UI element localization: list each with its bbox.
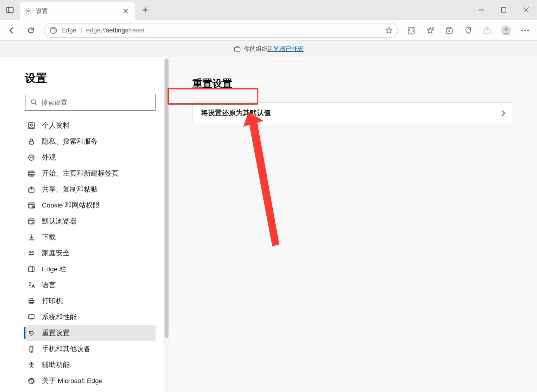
sidebar-item-label: Edge 栏 <box>42 265 66 274</box>
settings-main: 重置设置 将设置还原为其默认值 <box>170 57 537 392</box>
svg-point-14 <box>525 29 526 31</box>
reset-option[interactable]: 将设置还原为其默认值 <box>192 102 514 124</box>
svg-point-23 <box>30 157 30 157</box>
minimize-button[interactable] <box>470 0 492 20</box>
privacy-icon <box>27 138 36 146</box>
download-icon <box>27 233 36 241</box>
sidebar-item-5[interactable]: Cookie 和网站权限 <box>25 197 156 213</box>
share-button[interactable] <box>478 22 496 38</box>
svg-point-13 <box>522 29 523 31</box>
sidebar-item-label: 下载 <box>42 233 56 242</box>
page-title: 重置设置 <box>192 77 514 90</box>
extensions-button[interactable] <box>402 22 420 38</box>
sidebar-item-label: 辅助功能 <box>42 361 70 370</box>
tab-title: 设置 <box>36 7 118 15</box>
svg-point-15 <box>528 29 529 31</box>
reset-icon <box>27 329 36 337</box>
sidebar-item-0[interactable]: 个人资料 <box>25 118 156 134</box>
edgebar-icon <box>27 265 36 273</box>
favorite-star-icon[interactable] <box>385 26 393 34</box>
svg-point-17 <box>31 100 35 104</box>
address-url: edge://settings/reset <box>86 26 145 34</box>
sidebar-scrollbar[interactable] <box>164 57 170 392</box>
sidebar-item-label: 个人资料 <box>42 121 70 130</box>
language-icon <box>27 281 36 289</box>
reset-option-label: 将设置还原为其默认值 <box>201 109 271 118</box>
new-tab-button[interactable] <box>138 2 153 17</box>
sidebar-item-13[interactable]: 重置设置 <box>25 325 156 341</box>
sidebar-item-15[interactable]: 辅助功能 <box>25 357 156 373</box>
browser-tab[interactable]: 设置 <box>20 2 135 20</box>
scrollbar-thumb[interactable] <box>165 59 169 338</box>
more-button[interactable] <box>516 22 534 38</box>
sidebar-item-label: 重置设置 <box>42 329 70 338</box>
svg-point-2 <box>27 10 29 12</box>
window-titlebar: 设置 <box>0 0 537 20</box>
edge-logo-icon <box>27 377 36 385</box>
sidebar-item-16[interactable]: 关于 Microsoft Edge <box>25 373 156 389</box>
favorites-button[interactable] <box>421 22 439 38</box>
sidebar-item-label: 默认浏览器 <box>42 217 77 226</box>
window-controls <box>470 0 537 20</box>
sidebar-item-label: 隐私、搜索和服务 <box>42 137 98 146</box>
sidebar-item-2[interactable]: 外观 <box>25 150 156 166</box>
accessibility-icon <box>27 361 36 369</box>
sidebar-item-6[interactable]: 默认浏览器 <box>25 213 156 229</box>
gear-icon <box>25 7 32 14</box>
chevron-right-icon <box>501 110 506 117</box>
close-window-button[interactable] <box>515 0 537 20</box>
svg-point-37 <box>32 251 33 253</box>
tab-manager-button[interactable] <box>0 0 20 20</box>
briefcase-icon <box>234 45 241 52</box>
annotation-arrow <box>229 107 294 251</box>
sidebar-item-14[interactable]: 手机和其他设备 <box>25 341 156 357</box>
svg-rect-38 <box>29 267 34 272</box>
svg-point-36 <box>29 251 31 253</box>
settings-search[interactable] <box>25 94 156 111</box>
browser-essentials-button[interactable] <box>459 22 477 38</box>
managed-banner: 你的组织浏览器已托管 <box>0 41 537 57</box>
sidebar-item-12[interactable]: 系统和性能 <box>25 309 156 325</box>
svg-rect-21 <box>29 141 33 144</box>
browser-toolbar: Edge | edge://settings/reset <box>0 20 537 41</box>
phone-icon <box>27 345 36 353</box>
sidebar-item-label: 家庭安全 <box>42 249 70 258</box>
address-bar[interactable]: Edge | edge://settings/reset <box>44 23 398 38</box>
edge-logo-icon <box>49 26 57 34</box>
sidebar-item-label: 系统和性能 <box>42 313 77 322</box>
share-icon <box>27 186 36 194</box>
svg-point-27 <box>31 174 32 175</box>
sidebar-item-7[interactable]: 下载 <box>25 229 156 245</box>
profile-button[interactable] <box>497 22 515 38</box>
sidebar-item-3[interactable]: 开始、主页和新建标签页 <box>25 166 156 182</box>
settings-search-input[interactable] <box>41 99 150 106</box>
banner-text: 你的组织浏览器已托管 <box>244 45 304 53</box>
collections-button[interactable] <box>440 22 458 38</box>
sidebar-item-label: 开始、主页和新建标签页 <box>42 169 119 178</box>
svg-rect-4 <box>501 8 506 12</box>
settings-title: 设置 <box>25 71 156 86</box>
sidebar-item-8[interactable]: 家庭安全 <box>25 245 156 261</box>
refresh-button[interactable] <box>22 22 40 38</box>
svg-point-26 <box>29 174 30 175</box>
svg-point-22 <box>29 155 34 161</box>
sidebar-item-10[interactable]: 语言 <box>25 277 156 293</box>
sidebar-item-4[interactable]: 共享、复制和粘贴 <box>25 182 156 197</box>
svg-point-20 <box>30 124 32 126</box>
maximize-button[interactable] <box>492 0 515 20</box>
sidebar-item-label: 关于 Microsoft Edge <box>42 377 103 386</box>
sidebar-item-label: 语言 <box>42 281 56 290</box>
svg-rect-41 <box>30 299 33 300</box>
address-prefix: Edge <box>61 26 76 34</box>
sidebar-item-1[interactable]: 隐私、搜索和服务 <box>25 134 156 150</box>
svg-rect-43 <box>29 315 34 319</box>
banner-link[interactable]: 浏览器已托管 <box>268 45 304 52</box>
back-button[interactable] <box>3 22 21 38</box>
svg-line-18 <box>35 103 37 105</box>
sidebar-item-11[interactable]: 打印机 <box>25 293 156 309</box>
appearance-icon <box>27 154 36 162</box>
sidebar-item-9[interactable]: Edge 栏 <box>25 261 156 277</box>
tab-close-button[interactable] <box>122 7 130 15</box>
svg-point-24 <box>32 157 32 157</box>
search-icon <box>30 99 37 106</box>
